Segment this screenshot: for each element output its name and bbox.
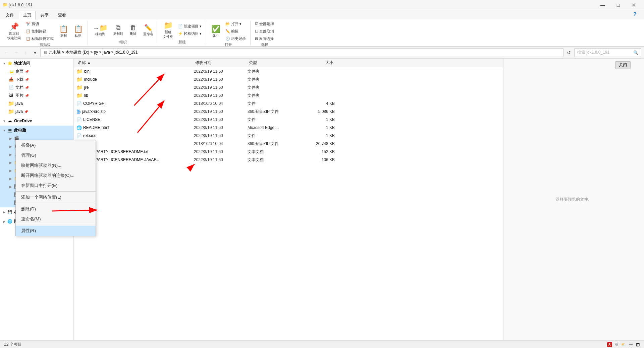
file-row-bin[interactable]: 📁bin 2022/3/19 11:50 文件夹 (74, 67, 503, 75)
copy-path-button[interactable]: 📋 复制路径 (24, 28, 55, 35)
preview-close-button[interactable]: 关闭 (615, 61, 631, 69)
new-item-button[interactable]: 📄 新建项目 ▾ (176, 23, 203, 30)
file-list-area: 名称 ▲ 修改日期 类型 大小 📁bin 2022/3/19 11:50 文件夹… (74, 59, 503, 340)
drivee-expand: ▶ (8, 185, 13, 189)
ctx-disconnect-drive[interactable]: 断开网络驱动器的连接(C)... (16, 170, 96, 181)
lang-indicator: 英 (615, 342, 619, 347)
release-icon: 📄 (76, 133, 82, 138)
paste-shortcut-button[interactable]: 📋 粘贴快捷方式 (24, 36, 55, 42)
refresh-button[interactable]: ↺ (565, 49, 573, 57)
drivee2-expand-icon: ▶ (1, 210, 7, 214)
col-header-size[interactable]: 大小 (301, 60, 335, 66)
edit-button[interactable]: ✏️ 编辑 (224, 28, 248, 35)
ctx-collapse[interactable]: 折叠(A) (16, 140, 96, 150)
ctx-map-drive[interactable]: 映射网络驱动器(N)... (16, 160, 96, 170)
select-buttons: ☑ 全部选择 ☐ 全部取消 ⊡ 反向选择 (253, 21, 276, 42)
new-folder-button[interactable]: 📁 新建文件夹 (161, 21, 175, 40)
file-row-lib[interactable]: 📁lib 2022/3/19 11:50 文件夹 (74, 91, 503, 99)
sidebar-quickaccess-header[interactable]: ▾ ⭐ 快速访问 (0, 59, 73, 67)
ribbon-tabs: 文件 主页 共享 查看 ? (0, 10, 644, 19)
help-button[interactable]: ? (627, 9, 643, 19)
release-size: 1 KB (301, 133, 335, 138)
sidebar-item-pics[interactable]: 🖼 图片 📌 (0, 91, 73, 99)
readme-date: 2022/3/19 11:50 (194, 125, 248, 130)
properties-button[interactable]: ✅ 属性 (209, 22, 222, 41)
ctx-properties[interactable]: 属性(R) (16, 226, 96, 236)
tab-home[interactable]: 主页 (19, 11, 36, 19)
search-input[interactable]: 搜索 jdk1.8.0_191 🔍 (574, 48, 641, 57)
close-button[interactable]: ✕ (626, 0, 641, 10)
file-row-srczip[interactable]: 🗜src.zip 2018/10/6 10:04 360压缩 ZIP 文件 20… (74, 140, 503, 148)
copyright-date: 2018/10/6 10:04 (194, 101, 248, 106)
sidebar-item-docs[interactable]: 📄 文档 📌 (0, 83, 73, 91)
tab-file[interactable]: 文件 (1, 11, 18, 19)
file-row-include[interactable]: 📁include 2022/3/19 11:50 文件夹 (74, 75, 503, 83)
copy-button[interactable]: 📋 复制 (57, 22, 70, 41)
forward-button[interactable]: → (12, 49, 20, 57)
ctx-delete[interactable]: 删除(D) (16, 204, 96, 214)
sidebar-onedrive-header[interactable]: ▾ ☁ OneDrive (0, 117, 73, 125)
move-to-button[interactable]: →📁 移动到 (91, 21, 110, 40)
delete-button[interactable]: 🗑 删除 (126, 21, 140, 40)
tab-view[interactable]: 查看 (54, 11, 70, 19)
sidebar-item-java1[interactable]: 📁 java (0, 99, 73, 108)
pin-icon: 📌 (25, 70, 29, 73)
bin-date: 2022/3/19 11:50 (194, 69, 248, 74)
pin-button[interactable]: 📌 固定到快速访问 (5, 22, 23, 41)
file-row-release[interactable]: 📄release 2022/3/19 11:50 文件 1 KB (74, 132, 503, 140)
file-row-license[interactable]: 📄LICENSE 2022/3/19 11:50 文件 1 KB (74, 116, 503, 124)
easy-access-button[interactable]: ⚡ 轻松访问 ▾ (176, 30, 203, 37)
list-view-button[interactable]: ☰ (629, 342, 633, 347)
ctx-rename[interactable]: 重命名(M) (16, 214, 96, 224)
sidebar-item-java2[interactable]: 📁 java 📌 (0, 108, 73, 116)
file-row-thirdparty2[interactable]: 📄THIRDPARTYLICENSEREADME-JAVAF... 2022/3… (74, 156, 503, 164)
paste-button[interactable]: 📋 粘贴 (71, 22, 85, 41)
col-header-date[interactable]: 修改日期 (194, 60, 248, 66)
copyright-name: COPYRIGHT (83, 101, 107, 106)
minimize-button[interactable]: — (595, 0, 610, 10)
license-size: 1 KB (301, 117, 335, 122)
detail-view-button[interactable]: ⊞ (636, 342, 640, 347)
file-row-jre[interactable]: 📁jre 2022/3/19 11:50 文件夹 (74, 83, 503, 91)
pin-icon4: 📌 (25, 94, 29, 97)
invert-select-button[interactable]: ⊡ 反向选择 (253, 36, 276, 42)
col-header-type[interactable]: 类型 (248, 60, 301, 66)
ctx-add-network[interactable]: 添加一个网络位置(L) (16, 192, 96, 202)
preview-empty-text: 选择要预览的文件。 (556, 197, 592, 202)
history-button[interactable]: 🕐 历史记录 (224, 36, 248, 42)
open-dropdown-button[interactable]: 📂 打开 ▾ (224, 21, 248, 27)
organize-buttons: →📁 移动到 ⧉ 复制到 🗑 删除 ✏️ 重命名 (91, 21, 155, 40)
file-row-thirdparty1[interactable]: 📄THIRDPARTYLICENSEREADME.txt 2022/3/19 1… (74, 148, 503, 156)
copyright-type: 文件 (248, 101, 301, 107)
include-name: include (84, 77, 97, 82)
ctx-manage[interactable]: 管理(G) (16, 150, 96, 160)
bin-name: bin (84, 69, 90, 74)
include-type: 文件夹 (248, 77, 301, 82)
copy-to-button[interactable]: ⧉ 复制到 (111, 21, 125, 40)
maximize-button[interactable]: □ (610, 0, 626, 10)
quickaccess-items: 🖥 桌面 📌 📥 下载 📌 📄 文档 📌 🖼 图片 📌 (0, 67, 73, 116)
back-button[interactable]: ← (3, 49, 11, 57)
col-header-name[interactable]: 名称 ▲ (76, 60, 194, 66)
tab-share[interactable]: 共享 (36, 11, 53, 19)
recent-locations-button[interactable]: ▾ (31, 49, 39, 57)
pc4-expand: ▶ (8, 161, 13, 164)
file-row-readme[interactable]: 🌐 README.html 2022/3/19 11:50 Microsoft … (74, 124, 503, 132)
file-row-javafxzip[interactable]: 🗜javafx-src.zip 2022/3/19 11:50 360压缩 ZI… (74, 108, 503, 116)
file-row-copyright[interactable]: 📄COPYRIGHT 2018/10/6 10:04 文件 4 KB (74, 99, 503, 108)
up-button[interactable]: ↑ (21, 49, 30, 57)
thirdparty1-type: 文本文档 (248, 149, 301, 155)
sidebar-thispc-header[interactable]: ▾ 💻 此电脑 (0, 126, 73, 134)
address-input[interactable]: 🖥 此电脑 > 本地磁盘 (D:) > py > java > jdk1.8.0… (40, 48, 564, 57)
pc6-expand: ▶ (8, 177, 13, 181)
ctx-open-window[interactable]: 在新窗口中打开(E) (16, 181, 96, 191)
sidebar-item-downloads[interactable]: 📥 下载 📌 (0, 75, 73, 83)
rename-button[interactable]: ✏️ 重命名 (141, 21, 155, 40)
deselect-all-button[interactable]: ☐ 全部取消 (253, 28, 276, 35)
drivee2-icon: 💾 (7, 209, 13, 215)
sidebar-item-desktop[interactable]: 🖥 桌面 📌 (0, 67, 73, 75)
lib-icon: 📁 (76, 92, 83, 98)
select-all-button[interactable]: ☑ 全部选择 (253, 21, 276, 27)
release-type: 文件 (248, 133, 301, 139)
cut-button[interactable]: ✂️ 剪切 (24, 21, 55, 27)
